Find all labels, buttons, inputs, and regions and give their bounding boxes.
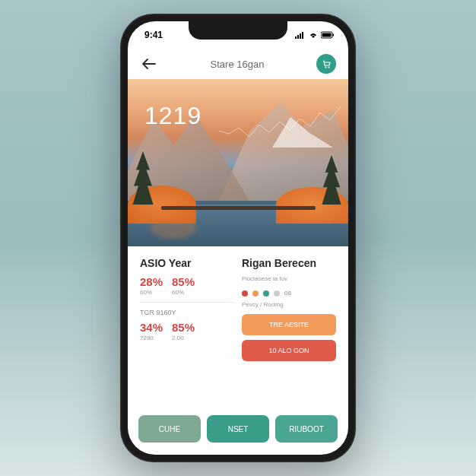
stats-right-title: Rigan Berecen [242,257,336,269]
stats-left-title: ASIO Year [140,257,234,269]
nav-title: Stare 16gan [211,59,265,70]
svg-rect-1 [297,35,299,39]
stat-sub: 60% [172,289,195,296]
svg-rect-0 [295,36,297,39]
foliage-right [276,187,348,224]
bottom-nav: CUHE NSET RIUBOOT [128,408,348,455]
battery-icon [321,31,335,39]
screen: 9:41 Stare 16gan [128,21,348,455]
stat-value: 34% [140,321,163,334]
dot-icon [242,290,248,297]
stat-value: 85% [172,275,195,288]
svg-rect-5 [322,33,332,37]
dot-label: 08 [284,290,291,297]
svg-rect-2 [300,33,301,39]
hero-value: 1219 [144,102,202,130]
signal-icon [295,31,306,39]
dot-icon [274,290,280,297]
dots-block: 08 Pevcy / Rodrng [242,290,336,308]
stats-label: TGR 9160Y [140,309,234,316]
stats-row: ASIO Year 28% 60% 85% 60% TGR 9160Y [140,257,336,361]
cart-button[interactable] [316,54,336,74]
chart-overlay [219,94,341,155]
cta-button-primary[interactable]: TRE AESITE [242,314,336,335]
stat-item: 85% 2.00 [172,321,195,341]
stat-grid-2: 34% 7280 85% 2.00 [140,321,234,341]
stat-item: 28% 60% [140,275,163,296]
stats-card-right: Rigan Berecen Floctasese ia fov 08 [242,257,336,361]
cta-column: TRE AESITE 10 ALO GON [242,314,336,361]
svg-rect-3 [302,32,303,39]
stat-sub: 2.00 [172,335,195,341]
content-area: ASIO Year 28% 60% 85% 60% TGR 9160Y [128,246,348,376]
right-row: 08 Pevcy / Rodrng [242,290,336,308]
notch [189,21,287,40]
stats-right-subtitle: Floctasese ia fov [242,275,336,282]
back-arrow-icon [142,59,156,69]
dot-icon [263,290,269,297]
back-button[interactable] [140,55,158,73]
dot-icon [252,290,259,297]
stat-value: 85% [172,321,195,334]
nav-button-3[interactable]: RIUBOOT [275,415,338,443]
nav-button-1[interactable]: CUHE [138,415,201,443]
stat-item: 34% 7280 [140,321,163,341]
stat-grid-1: 28% 60% 85% 60% [140,275,234,296]
stat-sub: 7280 [140,335,163,341]
divider [140,302,234,303]
hero-image: 1219 [128,79,348,246]
stat-item: 85% 60% [172,275,195,296]
status-time: 9:41 [144,30,163,40]
dots-caption: Pevcy / Rodrng [242,301,336,308]
stat-sub: 60% [140,289,163,296]
status-icons [295,31,335,39]
wifi-icon [309,31,318,39]
cta-button-secondary[interactable]: 10 ALO GON [242,340,336,361]
phone-frame: 9:41 Stare 16gan [120,14,356,462]
bridge [161,206,316,210]
stats-card-left: ASIO Year 28% 60% 85% 60% TGR 9160Y [140,257,234,361]
nav-bar: Stare 16gan [128,49,348,79]
cart-icon [322,59,331,68]
dots-row: 08 [242,290,336,297]
stat-value: 28% [140,275,163,288]
nav-button-2[interactable]: NSET [207,415,269,443]
svg-rect-6 [333,34,335,36]
